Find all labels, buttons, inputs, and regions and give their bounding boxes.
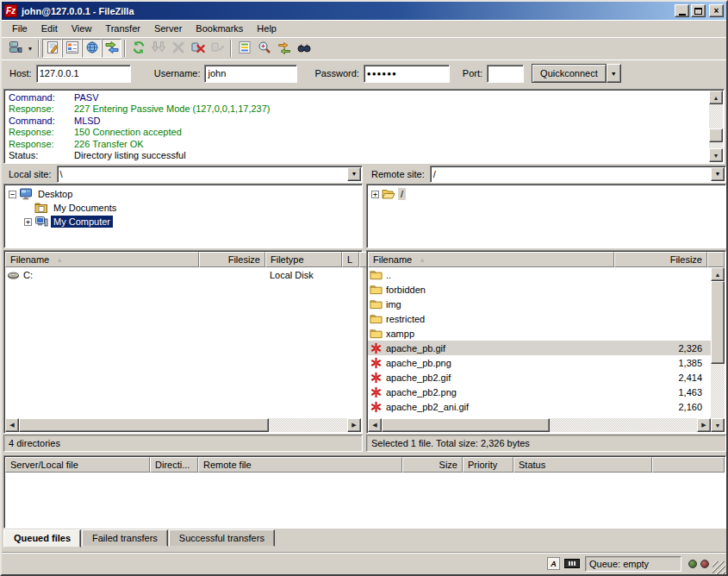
toolbar-dropdown-arrow-icon[interactable]: ▼ <box>25 39 35 58</box>
column-header-filesize[interactable]: Filesize <box>614 252 707 267</box>
log-line-type: Command: <box>9 116 74 127</box>
port-input[interactable] <box>487 65 524 83</box>
remote-file-list: Filename▲Filesize..forbiddenimgrestricte… <box>366 250 726 434</box>
column-header-filesize[interactable]: Filesize <box>199 252 265 267</box>
menu-view[interactable]: View <box>65 22 99 35</box>
host-input[interactable] <box>36 65 131 83</box>
speed-limit-icon[interactable] <box>564 559 580 568</box>
queue-column-server-local-file[interactable]: Server/Local file <box>5 457 150 473</box>
find-files-button[interactable] <box>294 39 314 58</box>
column-header-filename[interactable]: Filename▲ <box>5 252 199 267</box>
remote-vertical-scrollbar[interactable]: ▲ ▼ <box>711 267 725 432</box>
file-row-restricted[interactable]: restricted <box>368 311 712 326</box>
remote-hscroll-thumb[interactable] <box>382 418 550 432</box>
remote-vscroll-thumb[interactable] <box>711 281 725 364</box>
file-row-apache-pb2-gif[interactable]: apache_pb2.gif2,414 <box>368 370 712 385</box>
close-button[interactable]: × <box>709 4 724 17</box>
menu-server[interactable]: Server <box>147 22 189 35</box>
file-size-cell <box>614 311 707 326</box>
refresh-button[interactable] <box>128 39 148 58</box>
chevron-down-icon[interactable]: ▼ <box>347 167 361 181</box>
scroll-down-icon[interactable]: ▼ <box>711 418 725 432</box>
tree-item-my-computer[interactable]: +My Computer <box>4 215 362 229</box>
filename-filters-button[interactable] <box>234 39 254 58</box>
synchronized-browsing-button[interactable] <box>274 39 294 58</box>
maximize-button[interactable] <box>691 4 706 17</box>
quickconnect-button[interactable]: Quickconnect <box>532 64 607 83</box>
expand-icon[interactable]: + <box>371 191 379 198</box>
directory-comparison-button[interactable] <box>254 39 274 58</box>
tab-successful-transfers[interactable]: Successful transfers <box>169 529 275 547</box>
toggle-message-log-button[interactable] <box>42 39 62 58</box>
tab-queued-files[interactable]: Queued files <box>3 529 81 548</box>
tree-item-desktop[interactable]: −Desktop <box>4 187 362 201</box>
local-site-combo[interactable]: \ ▼ <box>57 166 363 183</box>
menu-edit[interactable]: Edit <box>34 22 65 35</box>
file-row-apache-pb2-ani-gif[interactable]: apache_pb2_ani.gif2,160 <box>368 399 712 414</box>
queue-header: Server/Local fileDirecti...Remote fileSi… <box>5 457 725 473</box>
queue-column-filler <box>652 457 725 473</box>
scroll-left-icon[interactable]: ◀ <box>368 418 382 432</box>
file-row-c[interactable]: C:Local Disk <box>5 267 363 282</box>
tree-item-my-documents[interactable]: My Documents <box>4 201 362 215</box>
file-row-apache-pb-gif[interactable]: apache_pb.gif2,326 <box>368 341 712 355</box>
username-input[interactable] <box>204 65 297 83</box>
tab-failed-transfers[interactable]: Failed transfers <box>82 529 168 547</box>
menu-help[interactable]: Help <box>250 22 283 35</box>
queue-column-status[interactable]: Status <box>513 457 652 473</box>
file-name: apache_pb2.png <box>386 387 457 398</box>
toggle-remote-tree-icon <box>85 41 99 56</box>
scroll-up-icon[interactable]: ▲ <box>711 267 725 281</box>
menu-file[interactable]: File <box>5 22 34 35</box>
collapse-icon[interactable]: − <box>9 191 16 198</box>
remote-tree: +/ <box>366 184 726 248</box>
folder-icon <box>370 327 383 341</box>
log-line: Status:Directory listing successful <box>9 150 186 161</box>
disconnect-button[interactable] <box>188 39 208 58</box>
column-header-filetype[interactable]: Filetype <box>265 252 342 267</box>
queue-column-remote-file[interactable]: Remote file <box>198 457 402 473</box>
password-input[interactable] <box>364 65 450 83</box>
file-row-[interactable]: .. <box>368 267 712 282</box>
file-type-cell: Local Disk <box>265 267 342 282</box>
scroll-down-icon[interactable]: ▼ <box>709 148 723 162</box>
local-file-list: Filename▲FilesizeFiletypeLC:Local Disk ◀… <box>3 250 363 434</box>
tree-item-[interactable]: +/ <box>367 187 725 201</box>
scroll-left-icon[interactable]: ◀ <box>5 418 19 432</box>
toggle-remote-tree-button[interactable] <box>82 39 102 58</box>
toggle-transfer-queue-button[interactable] <box>102 39 121 58</box>
transfer-type-ascii-icon[interactable]: A <box>547 557 560 570</box>
toggle-local-tree-button[interactable] <box>62 39 82 58</box>
remote-site-combo[interactable]: / ▼ <box>430 166 726 183</box>
file-row-xampp[interactable]: xampp <box>368 326 712 341</box>
local-scroll-thumb[interactable] <box>19 418 269 432</box>
site-manager-button[interactable] <box>5 39 25 58</box>
quickconnect-dropdown-button[interactable]: ▼ <box>607 64 621 83</box>
column-header-l[interactable]: L <box>342 252 359 267</box>
titlebar[interactable]: Fz john@127.0.0.1 - FileZilla × <box>2 2 726 20</box>
scroll-right-icon[interactable]: ▶ <box>347 418 361 432</box>
scroll-right-icon[interactable]: ▶ <box>697 418 711 432</box>
menu-bookmarks[interactable]: Bookmarks <box>189 22 250 35</box>
toolbar-separator <box>230 40 232 57</box>
queue-column-priority[interactable]: Priority <box>463 457 513 473</box>
menu-transfer[interactable]: Transfer <box>98 22 147 35</box>
disk-icon <box>7 268 21 282</box>
file-row-forbidden[interactable]: forbidden <box>368 282 712 297</box>
file-row-apache-pb-png[interactable]: apache_pb.png1,385 <box>368 355 712 370</box>
scroll-up-icon[interactable]: ▲ <box>709 91 723 104</box>
minimize-button[interactable] <box>675 4 689 17</box>
queue-column-size[interactable]: Size <box>402 457 463 473</box>
file-row-apache-pb2-png[interactable]: apache_pb2.png1,463 <box>368 385 712 399</box>
log-vertical-scrollbar[interactable]: ▲ ▼ <box>709 91 723 162</box>
file-row-img[interactable]: img <box>368 297 712 311</box>
expand-icon[interactable]: + <box>24 218 32 226</box>
chevron-down-icon[interactable]: ▼ <box>711 167 725 181</box>
local-horizontal-scrollbar[interactable]: ◀ ▶ <box>5 418 361 432</box>
remote-horizontal-scrollbar[interactable]: ◀ ▶ <box>368 418 711 432</box>
queue-column-directi[interactable]: Directi... <box>150 457 198 473</box>
refresh-icon <box>132 41 146 56</box>
log-scroll-thumb[interactable] <box>709 128 723 142</box>
column-header-filename[interactable]: Filename▲ <box>368 252 614 267</box>
resize-grip[interactable] <box>712 561 725 574</box>
